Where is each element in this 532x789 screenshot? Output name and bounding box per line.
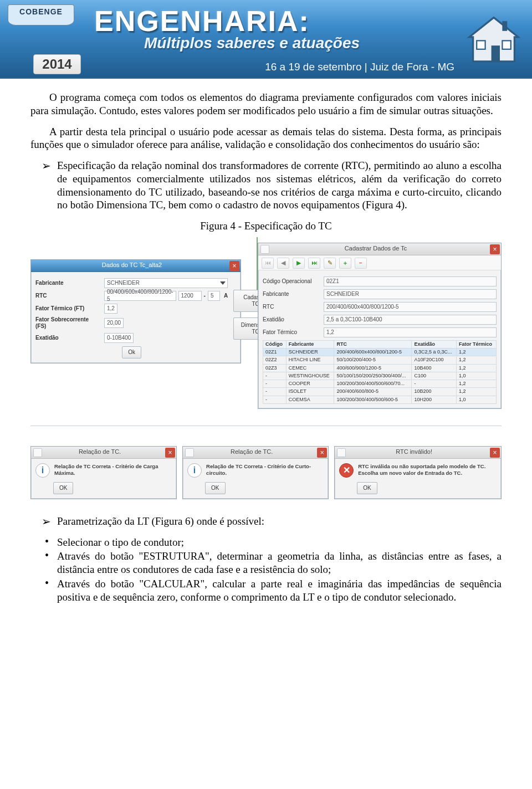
input-exatidao2[interactable]: 2,5 a 0,3C100-10B400 xyxy=(324,315,497,325)
window-dados-tc: Dados do TC Tc_alta2 × Fabricante SCHNEI… xyxy=(30,259,241,363)
label-fabricante: Fabricante xyxy=(35,280,101,287)
cobenge-badge: COBENGE xyxy=(8,4,74,25)
prev-record-button[interactable]: ◀ xyxy=(277,258,289,269)
app-icon xyxy=(260,245,269,254)
table-cell: 1,2 xyxy=(456,356,496,364)
msg-carga-maxima: Relação de TC. × i Relação de TC Correta… xyxy=(30,446,177,499)
label-ft2: Fator Térmico xyxy=(263,329,320,336)
table-cell: 1,2 xyxy=(456,364,496,372)
table-cell: - xyxy=(263,396,287,403)
ok-button[interactable]: Ok xyxy=(122,346,141,358)
table-cell: C100 xyxy=(412,372,456,380)
lt-item-2: Através do botão "ESTRUTURA", determinar… xyxy=(42,550,502,576)
lt-feature-list: Parametrização da LT (Figura 6) onde é p… xyxy=(42,515,502,528)
table-cell: SCHNEIDER xyxy=(286,349,334,356)
table-header: RTC xyxy=(334,340,412,348)
table-cell: - xyxy=(412,380,456,388)
banner-dateline: 16 a 19 de setembro | Juiz de Fora - MG xyxy=(265,61,454,73)
label-fs: Fator Sobrecorrente (FS) xyxy=(35,316,101,330)
last-record-button[interactable]: ⏭ xyxy=(308,258,320,269)
table-row[interactable]: 02Z3CEMEC400/600/900/1200-510B4001,2 xyxy=(263,364,497,372)
label-rtc: RTC xyxy=(35,293,101,300)
document-body: O programa começa com todos os elementos… xyxy=(0,79,532,621)
feature-list: Especificação da relação nominal dos tra… xyxy=(42,159,502,212)
input-ft2[interactable]: 1,2 xyxy=(324,327,497,337)
table-row[interactable]: -WESTINGHOUSE50/100/150/200/250/300/400/… xyxy=(263,372,497,380)
svg-rect-4 xyxy=(502,21,507,31)
titlebar-msg1: Relação de TC. × xyxy=(31,447,176,459)
add-record-button[interactable]: ＋ xyxy=(339,258,351,269)
event-banner: COBENGE 2014 ENGENHARIA: Múltiplos saber… xyxy=(0,0,532,79)
input-codigo[interactable]: 02Z1 xyxy=(324,276,497,286)
table-cell: HITACHI LINE xyxy=(286,356,334,364)
next-record-button[interactable]: ▶ xyxy=(293,258,305,269)
input-fabricante2[interactable]: SCHNEIDER xyxy=(324,289,497,299)
table-row[interactable]: -COEMSA100/200/300/400/500/600-510H2001,… xyxy=(263,396,497,403)
table-cell: 1,2 xyxy=(456,349,496,356)
record-toolbar: ⏮ ◀ ▶ ⏭ ✎ ＋ − xyxy=(258,255,501,270)
lt-item-3: Através do botão "CALCULAR", calcular a … xyxy=(42,577,502,604)
remove-record-button[interactable]: − xyxy=(355,258,367,269)
close-button[interactable]: × xyxy=(490,244,500,254)
table-cell: 50/100/200/400-5 xyxy=(334,356,412,364)
title-msg1: Relação de TC. xyxy=(79,448,121,456)
ok-button[interactable]: OK xyxy=(205,482,225,494)
building-icon xyxy=(463,8,524,69)
close-button[interactable]: × xyxy=(229,261,239,271)
combo-fabricante[interactable]: SCHNEIDER xyxy=(104,278,228,288)
input-fs[interactable]: 20,00 xyxy=(104,318,124,328)
info-icon: i xyxy=(187,463,202,478)
svg-rect-1 xyxy=(492,45,500,62)
ok-button[interactable]: OK xyxy=(357,482,377,494)
titlebar-msg3: RTC inválido! × xyxy=(335,447,501,459)
table-cell: 200/400/600x400/800/1200-5 xyxy=(334,349,412,356)
table-row[interactable]: 02Z1SCHNEIDER200/400/600x400/800/1200-50… xyxy=(263,349,497,356)
table-header: Exatidão xyxy=(412,340,456,348)
paragraph-1: O programa começa com todos os elementos… xyxy=(30,91,502,117)
titlebar-cadastrar-tc: Cadastrar Dados de Tc × xyxy=(258,243,501,255)
msg3-text: RTC inválida ou não suportada pelo model… xyxy=(358,463,497,477)
input-rtc2[interactable]: 200/400/600x400/800/1200-5 xyxy=(324,302,497,312)
table-cell: 100/200/300/400/500/600-5 xyxy=(334,396,412,403)
input-rtc-prim[interactable]: 1200 xyxy=(178,291,202,301)
input-rtc-full[interactable]: 00/400/600x400/800/1200-5 xyxy=(104,291,176,301)
rtc-dash: - xyxy=(204,293,206,300)
titlebar-msg2: Relação de TC. × xyxy=(183,447,328,459)
table-row[interactable]: 02Z2HITACHI LINE50/100/200/400-5A10F20C1… xyxy=(263,356,497,364)
table-cell: 10B200 xyxy=(412,388,456,396)
edit-record-button[interactable]: ✎ xyxy=(324,258,336,269)
title-msg3: RTC inválido! xyxy=(396,448,432,456)
input-rtc-sec[interactable]: 5 xyxy=(208,291,220,301)
table-cell: 0,3C2,5 a 0,3C... xyxy=(412,349,456,356)
table-cell: WESTINGHOUSE xyxy=(286,372,334,380)
table-cell: 02Z2 xyxy=(263,356,287,364)
lt-head: Parametrização da LT (Figura 6) onde é p… xyxy=(42,515,502,528)
table-header: Fabricante xyxy=(286,340,334,348)
tc-register-table[interactable]: CódigoFabricanteRTCExatidãoFator Térmico… xyxy=(263,340,497,404)
ok-button[interactable]: OK xyxy=(53,482,73,494)
table-header: Fator Térmico xyxy=(456,340,496,348)
figure-separator xyxy=(30,426,502,426)
app-icon xyxy=(185,448,194,457)
close-button[interactable]: × xyxy=(490,448,500,458)
table-header: Código xyxy=(263,340,287,348)
table-cell: 10H200 xyxy=(412,396,456,403)
feature-item-rtc: Especificação da relação nominal dos tra… xyxy=(42,159,502,212)
input-exatidao[interactable]: 0-10B400 xyxy=(104,333,134,343)
error-icon: ✕ xyxy=(339,463,354,478)
first-record-button[interactable]: ⏮ xyxy=(262,258,274,269)
msg2-text: Relação de TC Correta - Critério de Curt… xyxy=(206,463,324,477)
table-row[interactable]: -COOPER100/200/300/400/500/600/70...-1,2 xyxy=(263,380,497,388)
app-icon xyxy=(337,448,346,457)
table-row[interactable]: -ISOLET200/400/600/800-510B2001,2 xyxy=(263,388,497,396)
table-cell: COEMSA xyxy=(286,396,334,403)
title-cadastrar-tc: Cadastrar Dados de Tc xyxy=(345,245,407,253)
close-button[interactable]: × xyxy=(165,448,175,458)
app-icon xyxy=(33,448,42,457)
input-ft[interactable]: 1,2 xyxy=(104,304,117,314)
label-fabricante2: Fabricante xyxy=(263,291,320,298)
table-cell: - xyxy=(263,388,287,396)
close-button[interactable]: × xyxy=(317,448,327,458)
banner-title: ENGENHARIA: xyxy=(94,4,454,38)
paragraph-2: A partir desta tela principal o usuário … xyxy=(30,125,502,152)
